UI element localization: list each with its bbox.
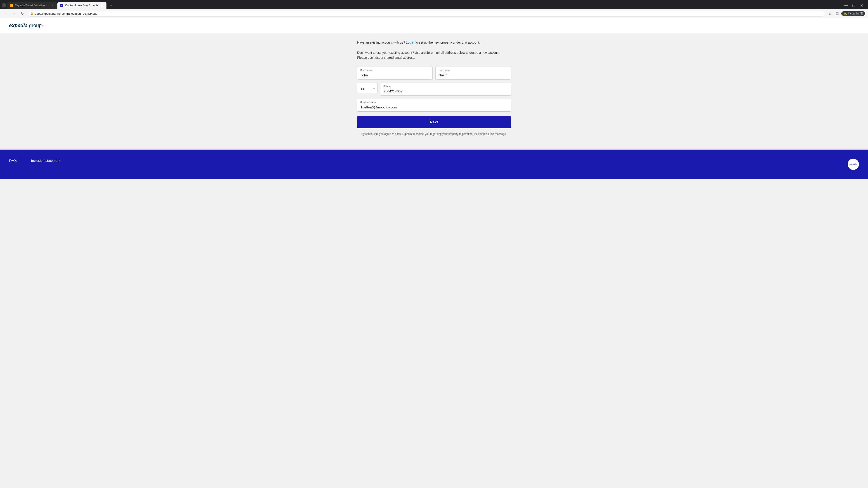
logo-trademark: ™ bbox=[42, 25, 44, 28]
tab-1[interactable]: E Expedia Travel: Vacation Home... ✕ bbox=[7, 2, 57, 9]
profile-button[interactable]: □ bbox=[834, 10, 840, 17]
phone-row: +1 +44 +61 ▼ Phone bbox=[357, 83, 511, 96]
email-row: Email address bbox=[357, 99, 511, 111]
close-button[interactable]: ✕ bbox=[859, 2, 864, 8]
maximize-button[interactable]: ❐ bbox=[851, 2, 857, 8]
browser-chrome: ▾ E Expedia Travel: Vacation Home... ✕ E… bbox=[0, 0, 868, 18]
footer: FAQs Inclusion statement expedia bbox=[0, 150, 868, 179]
intro-line2: to set up the new property under that ac… bbox=[415, 41, 480, 44]
site-header: expedia group ™ bbox=[0, 18, 868, 33]
tab-2[interactable]: E Contact Info – Join Expedia ✕ bbox=[57, 2, 106, 9]
intro-text: Have an existing account with us? Log in… bbox=[357, 40, 511, 60]
footer-logo-text: expedia bbox=[849, 163, 857, 165]
tab-2-favicon: E bbox=[60, 4, 63, 7]
bookmark-button[interactable]: ☆ bbox=[827, 10, 833, 17]
address-bar[interactable]: 🔒 apps.expediapartnercentral.com/en_US/l… bbox=[27, 11, 825, 17]
reload-button[interactable]: ↻ bbox=[19, 10, 25, 17]
email-input[interactable] bbox=[357, 99, 511, 111]
tab-group-indicator[interactable]: ▾ bbox=[2, 3, 6, 7]
tab-2-close[interactable]: ✕ bbox=[100, 4, 104, 7]
intro-line3: Don't want to use your existing account?… bbox=[357, 51, 500, 59]
forward-button[interactable]: → bbox=[11, 10, 17, 17]
expedia-logo: expedia group ™ bbox=[9, 23, 859, 29]
incognito-icon: 🕵️ bbox=[844, 12, 847, 15]
tab-bar: ▾ E Expedia Travel: Vacation Home... ✕ E… bbox=[0, 0, 868, 9]
phone-number-field: Phone bbox=[380, 83, 511, 96]
tab-1-close[interactable]: ✕ bbox=[51, 4, 54, 7]
first-name-field: First name bbox=[357, 67, 433, 79]
name-row: First name Last name bbox=[357, 67, 511, 79]
logo-group-text: group bbox=[29, 23, 41, 29]
first-name-input[interactable] bbox=[357, 67, 433, 79]
phone-input[interactable] bbox=[380, 83, 511, 96]
lock-icon: 🔒 bbox=[30, 12, 33, 15]
minimize-button[interactable]: — bbox=[843, 2, 849, 8]
email-field: Email address bbox=[357, 99, 511, 111]
incognito-badge[interactable]: 🕵️ Incognito (2) bbox=[841, 11, 865, 16]
window-controls: — ❐ ✕ bbox=[843, 2, 866, 8]
next-button[interactable]: Next bbox=[357, 116, 511, 128]
incognito-label: Incognito (2) bbox=[848, 12, 863, 15]
login-link[interactable]: Log in bbox=[406, 41, 414, 44]
tab-1-label: Expedia Travel: Vacation Home... bbox=[15, 4, 49, 7]
footer-faqs-link[interactable]: FAQs bbox=[9, 159, 18, 162]
address-bar-row: ← → ↻ 🔒 apps.expediapartnercentral.com/e… bbox=[0, 9, 868, 18]
last-name-field: Last name bbox=[435, 67, 511, 79]
tab-1-favicon: E bbox=[10, 4, 13, 7]
address-bar-actions: ☆ □ 🕵️ Incognito (2) bbox=[827, 10, 865, 17]
footer-inclusion-link[interactable]: Inclusion statement bbox=[31, 159, 60, 162]
footer-logo: expedia bbox=[848, 159, 859, 170]
new-tab-button[interactable]: + bbox=[108, 2, 114, 8]
phone-country-select[interactable]: +1 +44 +61 bbox=[357, 83, 377, 93]
last-name-input[interactable] bbox=[435, 67, 511, 79]
intro-line1: Have an existing account with us? bbox=[357, 41, 405, 44]
address-text: apps.expediapartnercentral.com/en_US/lis… bbox=[35, 12, 822, 15]
main-container: Have an existing account with us? Log in… bbox=[352, 33, 515, 150]
footer-logo-circle: expedia bbox=[848, 159, 859, 170]
page-content: expedia group ™ Have an existing account… bbox=[0, 18, 868, 488]
logo-expedia-text: expedia bbox=[9, 23, 28, 29]
back-button[interactable]: ← bbox=[3, 10, 9, 17]
phone-country-field: +1 +44 +61 ▼ bbox=[357, 83, 377, 96]
logo-wrapper: expedia group ™ bbox=[9, 23, 44, 29]
tab-2-label: Contact Info – Join Expedia bbox=[65, 4, 98, 7]
consent-text: By continuing, you agree to allow Expedi… bbox=[357, 132, 511, 136]
